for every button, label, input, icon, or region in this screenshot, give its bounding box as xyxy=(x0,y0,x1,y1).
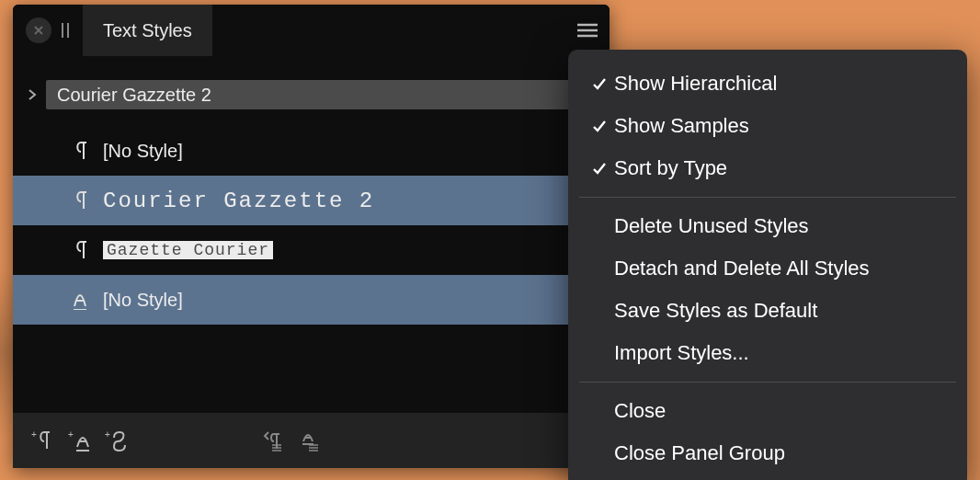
menu-label: Close xyxy=(614,399,666,423)
menu-label: Import Styles... xyxy=(614,341,749,365)
style-row-no-style-para[interactable]: [No Style] xyxy=(13,126,610,176)
menu-separator xyxy=(579,197,956,198)
styles-list: [No Style] Courier Gazzette 2 Gazette Co… xyxy=(13,115,610,413)
menu-item-close-group[interactable]: Close Panel Group xyxy=(568,432,967,474)
style-label: [No Style] xyxy=(103,141,183,162)
style-label: Gazette Courier xyxy=(103,241,273,259)
panel-header: Text Styles xyxy=(13,5,610,56)
panel-menu-icon[interactable] xyxy=(573,16,602,45)
menu-label: Show Samples xyxy=(614,114,749,138)
style-row-no-style-char[interactable]: [No Style] xyxy=(13,275,610,325)
menu-item-show-hierarchical[interactable]: Show Hierarchical xyxy=(568,63,967,105)
menu-item-sort-by-type[interactable]: Sort by Type xyxy=(568,147,967,189)
menu-label: Show Hierarchical xyxy=(614,72,777,96)
paragraph-style-icon xyxy=(66,240,94,260)
update-paragraph-style-button[interactable] xyxy=(257,425,289,456)
check-icon xyxy=(585,118,614,134)
update-character-style-button[interactable] xyxy=(294,425,325,456)
menu-separator xyxy=(579,382,956,383)
panel-context-menu: Show Hierarchical Show Samples Sort by T… xyxy=(568,50,967,480)
paragraph-style-icon xyxy=(66,141,94,161)
group-name: Courier Gazzette 2 xyxy=(57,85,211,106)
menu-item-show-samples[interactable]: Show Samples xyxy=(568,105,967,147)
svg-text:+: + xyxy=(31,429,37,440)
style-row-gazette-courier[interactable]: Gazette Courier xyxy=(13,225,610,275)
menu-item-import-styles[interactable]: Import Styles... xyxy=(568,332,967,374)
paragraph-style-icon xyxy=(66,190,94,211)
add-paragraph-style-button[interactable]: + xyxy=(28,425,59,456)
style-label: Courier Gazzette 2 xyxy=(103,189,374,213)
text-styles-panel: Text Styles Courier Gazzette 2 [No Style… xyxy=(13,5,610,468)
add-character-style-button[interactable]: + xyxy=(64,425,96,456)
menu-label: Close Panel Group xyxy=(614,441,785,465)
menu-label: Delete Unused Styles xyxy=(614,214,809,238)
menu-label: Detach and Delete All Styles xyxy=(614,257,870,280)
svg-text:+: + xyxy=(68,429,74,440)
collapse-icon[interactable] xyxy=(61,22,70,39)
menu-item-save-default[interactable]: Save Styles as Default xyxy=(568,290,967,332)
chevron-right-icon[interactable] xyxy=(26,88,39,101)
panel-footer: + + + xyxy=(13,413,610,468)
menu-label: Save Styles as Default xyxy=(614,299,817,323)
style-label: [No Style] xyxy=(103,290,183,311)
check-icon xyxy=(585,75,614,92)
character-style-icon xyxy=(66,290,94,310)
tab-label: Text Styles xyxy=(103,20,192,41)
menu-item-delete-unused[interactable]: Delete Unused Styles xyxy=(568,205,967,247)
menu-label: Sort by Type xyxy=(614,156,727,180)
menu-item-detach-delete-all[interactable]: Detach and Delete All Styles xyxy=(568,247,967,290)
check-icon xyxy=(585,160,614,177)
add-group-button[interactable]: + xyxy=(101,425,132,456)
style-row-courier-gazzette-2[interactable]: Courier Gazzette 2 xyxy=(13,176,610,225)
close-icon[interactable] xyxy=(26,17,51,43)
group-row: Courier Gazzette 2 xyxy=(13,74,610,115)
menu-item-close[interactable]: Close xyxy=(568,390,967,432)
group-name-chip[interactable]: Courier Gazzette 2 xyxy=(46,80,598,109)
tab-text-styles[interactable]: Text Styles xyxy=(83,5,212,56)
svg-text:+: + xyxy=(105,429,110,440)
